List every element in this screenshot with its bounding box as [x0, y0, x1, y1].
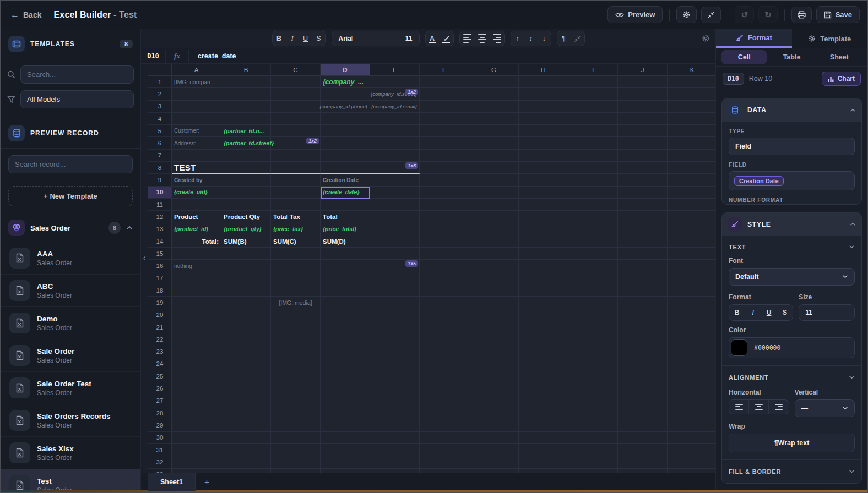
row-header-20[interactable]: 20 [148, 309, 172, 321]
cell-G8[interactable] [469, 162, 519, 174]
cell-J24[interactable] [618, 358, 668, 370]
cell-E26[interactable] [370, 382, 420, 395]
cell-H23[interactable] [519, 346, 568, 358]
cell-G1[interactable] [469, 76, 519, 88]
cell-I12[interactable] [568, 211, 618, 223]
align-center-button[interactable] [475, 31, 490, 46]
cell-G15[interactable] [469, 248, 519, 260]
column-header-H[interactable]: H [519, 64, 568, 76]
cell-B22[interactable] [221, 333, 271, 346]
cell-D26[interactable] [321, 382, 370, 395]
row-header-18[interactable]: 18 [148, 284, 172, 297]
cell-E2[interactable]: {company_id.street}1x2 [370, 88, 420, 100]
cell-C2[interactable] [271, 88, 321, 100]
cell-E23[interactable] [370, 346, 420, 358]
cell-D9[interactable]: Creation Date [321, 174, 370, 186]
cell-E13[interactable] [370, 223, 420, 235]
cell-E17[interactable] [370, 272, 420, 284]
fill-border-subsection-toggle[interactable]: FILL & BORDER [729, 467, 855, 476]
cell-A2[interactable] [172, 88, 221, 100]
cell-G10[interactable] [469, 187, 519, 199]
cell-H28[interactable] [519, 407, 568, 419]
new-template-button[interactable]: + New Template [8, 186, 133, 206]
cell-D28[interactable] [321, 407, 370, 419]
cell-I15[interactable] [568, 248, 618, 260]
cell-J12[interactable] [618, 211, 668, 223]
italic-button[interactable]: I [286, 31, 299, 46]
cell-D31[interactable] [321, 444, 370, 456]
cell-F16[interactable] [420, 260, 469, 272]
cell-B12[interactable]: Product Qty [221, 211, 271, 223]
cell-I25[interactable] [568, 370, 618, 382]
cell-B13[interactable]: {product_qty} [221, 223, 271, 235]
cell-C23[interactable] [271, 346, 321, 358]
cell-E4[interactable] [370, 113, 420, 125]
underline-toggle[interactable]: U [761, 305, 777, 320]
cell-F28[interactable] [420, 407, 469, 419]
cell-H7[interactable] [519, 150, 568, 162]
cell-B19[interactable] [221, 297, 271, 309]
cell-C4[interactable] [271, 113, 321, 125]
subtab-table[interactable]: Table [769, 50, 814, 64]
cell-D12[interactable]: Total [321, 211, 370, 223]
cell-E7[interactable] [370, 150, 420, 162]
cell-B2[interactable] [221, 88, 271, 100]
bold-button[interactable]: B [273, 31, 286, 46]
cell-C17[interactable] [271, 272, 321, 284]
cell-E15[interactable] [370, 248, 420, 260]
cell-G3[interactable] [469, 101, 519, 113]
cell-A21[interactable] [172, 321, 221, 333]
cell-A8[interactable]: TEST [172, 162, 221, 174]
cell-K33[interactable] [668, 469, 715, 473]
column-header-K[interactable]: K [668, 64, 715, 76]
cell-D18[interactable] [321, 284, 370, 297]
cell-C26[interactable] [271, 382, 321, 395]
cell-G19[interactable] [469, 297, 519, 309]
cell-B6[interactable]: {partner_id.street} [221, 137, 271, 149]
cell-B14[interactable]: SUM(B) [221, 235, 271, 248]
cell-G17[interactable] [469, 272, 519, 284]
cell-C30[interactable] [271, 432, 321, 444]
cell-E3[interactable]: {company_id.email} [370, 101, 420, 113]
template-search-input[interactable] [20, 65, 134, 84]
cell-B21[interactable] [221, 321, 271, 333]
cell-K28[interactable] [668, 407, 715, 419]
cell-I24[interactable] [568, 358, 618, 370]
cell-D6[interactable] [321, 137, 370, 149]
cell-J26[interactable] [618, 382, 668, 395]
cell-K32[interactable] [668, 456, 715, 468]
cell-H12[interactable] [519, 211, 568, 223]
cell-J25[interactable] [618, 370, 668, 382]
cell-F30[interactable] [420, 432, 469, 444]
cell-B18[interactable] [221, 284, 271, 297]
cell-K24[interactable] [668, 358, 715, 370]
cell-G7[interactable] [469, 150, 519, 162]
cell-C10[interactable] [271, 187, 321, 199]
redo-button[interactable]: ↻ [758, 6, 778, 23]
cell-J27[interactable] [618, 395, 668, 407]
cell-B11[interactable] [221, 199, 271, 211]
cell-D3[interactable]: {company_id.phone} [321, 101, 370, 113]
cell-C13[interactable]: {price_tax} [271, 223, 321, 235]
cell-B26[interactable] [221, 382, 271, 395]
cell-A10[interactable]: {create_uid} [172, 187, 221, 199]
cell-D22[interactable] [321, 333, 370, 346]
cell-H33[interactable] [519, 469, 568, 473]
cell-E31[interactable] [370, 444, 420, 456]
cell-F25[interactable] [420, 370, 469, 382]
print-button[interactable] [791, 7, 812, 23]
column-header-G[interactable]: G [469, 64, 519, 76]
row-header-19[interactable]: 19 [148, 297, 172, 309]
row-header-12[interactable]: 12 [148, 211, 172, 223]
style-section-header[interactable]: STYLE [722, 213, 861, 236]
alignment-subsection-toggle[interactable]: ALIGNMENT [729, 373, 855, 382]
cell-K16[interactable] [668, 260, 715, 272]
cell-H13[interactable] [519, 223, 568, 235]
cell-K30[interactable] [668, 432, 715, 444]
cell-A19[interactable] [172, 297, 221, 309]
cell-C8[interactable] [271, 162, 321, 174]
template-item-sale-order-test[interactable]: Sale Order Test Sales Order [1, 372, 140, 404]
cell-B3[interactable] [221, 101, 271, 113]
size-input[interactable]: 11 [799, 304, 855, 321]
cell-F17[interactable] [420, 272, 469, 284]
